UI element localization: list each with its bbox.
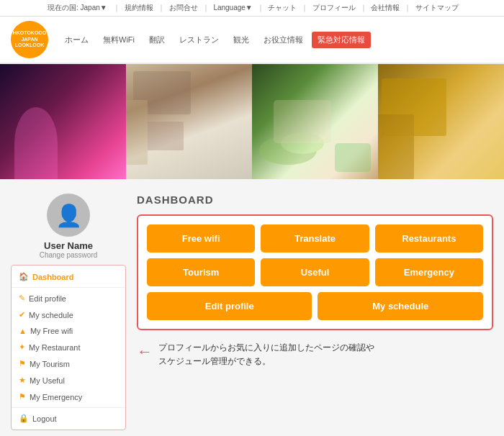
- username-label: User Name: [44, 240, 93, 251]
- nav-wifi[interactable]: 無料WiFi: [97, 32, 140, 48]
- dashboard-button-grid: Free wifi Translate Restaurants Tourism …: [137, 214, 493, 330]
- sidebar-avatar: 👤 User Name Change password: [11, 194, 126, 259]
- star-icon: ★: [19, 376, 26, 385]
- alert-icon: ⚑: [19, 392, 26, 401]
- logo[interactable]: HKOTOKOOO JAPAN LOOKLOOK: [11, 21, 48, 58]
- svg-rect-5: [274, 100, 331, 143]
- fork-icon: ✦: [19, 342, 25, 352]
- sidebar-item-edit-profile[interactable]: ✎ Edit profile: [12, 290, 125, 306]
- svg-rect-1: [140, 122, 184, 150]
- sidebar-item-restaurant[interactable]: ✦ My Restaurant: [12, 339, 125, 355]
- nav-useful[interactable]: お役立情報: [258, 32, 309, 48]
- restaurants-button[interactable]: Restaurants: [375, 224, 483, 253]
- company-link[interactable]: 会社情報: [371, 4, 400, 12]
- dashboard-title: DASHBOARD: [137, 194, 493, 206]
- lock-icon: 🔒: [19, 414, 29, 423]
- nav-restaurant[interactable]: レストラン: [174, 32, 225, 48]
- sidebar-item-dashboard[interactable]: 🏠 Dashboard: [12, 268, 125, 285]
- sidebar-item-free-wifi[interactable]: ▲ My Free wifi: [12, 323, 125, 339]
- annotation-area: ← プロフィールからお気に入りに追加したページの確認やスケジュール管理ができる。: [137, 341, 493, 368]
- svg-point-4: [281, 132, 324, 154]
- dashboard-last-row: Edit profile My schedule: [147, 292, 483, 320]
- location-label[interactable]: 現在の国: Japan▼: [48, 4, 107, 12]
- nav-translate[interactable]: 翻訳: [143, 32, 171, 48]
- nav-bar: HKOTOKOOO JAPAN LOOKLOOK ホーム 無料WiFi 翻訳 レ…: [0, 17, 504, 64]
- hero-panel-3: [252, 64, 378, 179]
- sidebar-menu: 🏠 Dashboard ✎ Edit profile ✔ My schedule…: [11, 265, 126, 430]
- svg-rect-2: [126, 100, 148, 165]
- check-icon: ✔: [19, 310, 25, 319]
- sitemap-link[interactable]: サイトマップ: [415, 4, 459, 12]
- nav-links: ホーム 無料WiFi 翻訳 レストラン 観光 お役立情報 緊急対応情報: [59, 32, 371, 48]
- sidebar-item-emergency[interactable]: ⚑ My Emergency: [12, 389, 125, 405]
- emergency-button[interactable]: Emergency: [375, 258, 483, 286]
- flag-icon: ⚑: [19, 359, 26, 368]
- hero-panel-2: [126, 64, 252, 179]
- home-icon: 🏠: [19, 272, 29, 281]
- change-password-link[interactable]: Change password: [40, 251, 98, 259]
- svg-rect-7: [378, 114, 414, 179]
- hero-panel-4: [378, 64, 504, 179]
- terms-link[interactable]: 規約情報: [125, 4, 153, 12]
- dashboard-panel: DASHBOARD Free wifi Translate Restaurant…: [137, 194, 493, 430]
- left-arrow-icon: ←: [137, 341, 153, 363]
- my-schedule-button[interactable]: My schedule: [318, 292, 483, 320]
- annotation-text: プロフィールからお気に入りに追加したページの確認やスケジュール管理ができる。: [158, 341, 374, 368]
- nav-emergency[interactable]: 緊急対応情報: [312, 32, 371, 48]
- chat-link[interactable]: チャット: [268, 4, 297, 12]
- top-bar: 現在の国: Japan▼ ｜ 規約情報 ｜ お問合せ ｜ Language▼ ｜…: [0, 0, 504, 17]
- free-wifi-button[interactable]: Free wifi: [147, 224, 255, 253]
- sidebar-item-logout[interactable]: 🔒 Logout: [12, 410, 125, 427]
- sidebar-item-useful[interactable]: ★ My Useful: [12, 372, 125, 389]
- hero-panel-1: [0, 64, 126, 179]
- edit-profile-button[interactable]: Edit profile: [147, 292, 312, 320]
- hero-banner: [0, 64, 504, 179]
- main-content: 👤 User Name Change password 🏠 Dashboard …: [0, 179, 504, 436]
- nav-home[interactable]: ホーム: [59, 32, 94, 48]
- sidebar-item-tourism[interactable]: ⚑ My Tourism: [12, 355, 125, 372]
- tourism-button[interactable]: Tourism: [147, 258, 255, 286]
- translate-button[interactable]: Translate: [261, 224, 369, 253]
- nav-tourism[interactable]: 観光: [228, 32, 255, 48]
- svg-rect-6: [382, 78, 446, 136]
- language-link[interactable]: Language▼: [213, 4, 252, 12]
- edit-icon: ✎: [19, 294, 25, 303]
- sidebar-item-schedule[interactable]: ✔ My schedule: [12, 306, 125, 323]
- avatar: 👤: [47, 194, 90, 237]
- contact-link[interactable]: お問合せ: [169, 4, 198, 12]
- svg-rect-0: [133, 71, 191, 114]
- wifi-icon: ▲: [19, 327, 27, 335]
- useful-button[interactable]: Useful: [261, 258, 369, 286]
- profile-link[interactable]: プロフィール: [312, 4, 356, 12]
- sidebar: 👤 User Name Change password 🏠 Dashboard …: [11, 194, 126, 430]
- svg-point-3: [259, 136, 317, 165]
